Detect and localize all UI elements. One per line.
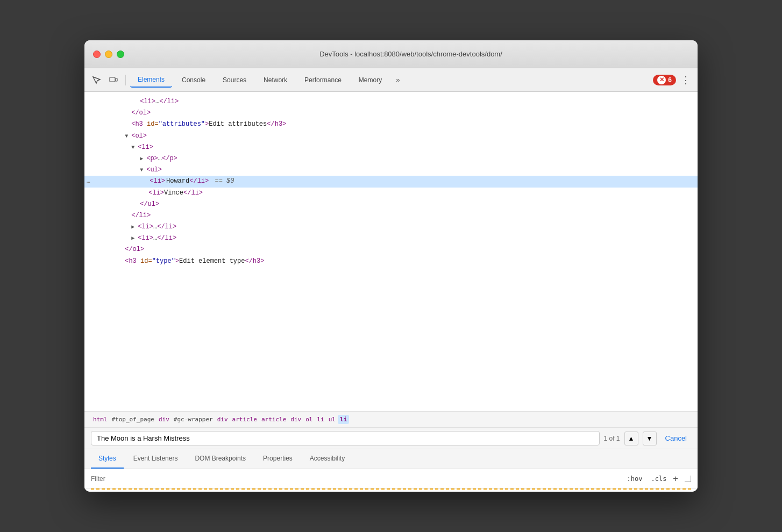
error-count: 6: [668, 76, 672, 84]
tab-memory[interactable]: Memory: [351, 73, 389, 87]
hov-button[interactable]: :hov: [625, 474, 645, 484]
tab-sources[interactable]: Sources: [215, 73, 254, 87]
titlebar: DevTools - localhost:8080/web/tools/chro…: [84, 40, 698, 68]
dom-line[interactable]: ▼<ol>: [84, 131, 698, 142]
maximize-button[interactable]: [117, 51, 124, 58]
tab-elements[interactable]: Elements: [130, 73, 172, 88]
more-tabs-button[interactable]: »: [392, 74, 404, 86]
breadcrumb-div1[interactable]: div: [157, 415, 172, 424]
inspect-icon[interactable]: [89, 73, 104, 88]
breadcrumb-li2[interactable]: li: [338, 415, 349, 424]
breadcrumb-article1[interactable]: article: [230, 415, 259, 424]
menu-button[interactable]: ⋮: [678, 73, 693, 88]
find-prev-button[interactable]: ▲: [624, 432, 638, 445]
window-title: DevTools - localhost:8080/web/tools/chro…: [133, 50, 689, 58]
add-style-button[interactable]: +: [673, 473, 678, 484]
breadcrumb-article2[interactable]: article: [259, 415, 288, 424]
breadcrumb-gc-wrapper[interactable]: #gc-wrapper: [172, 415, 215, 424]
svg-rect-0: [110, 77, 115, 82]
find-cancel-button[interactable]: Cancel: [661, 432, 691, 444]
filter-actions: :hov .cls +: [625, 473, 691, 484]
current-element-indicator: == $0: [215, 177, 234, 185]
find-count: 1 of 1: [604, 435, 620, 442]
tab-network[interactable]: Network: [256, 73, 295, 87]
breadcrumb-html[interactable]: html: [91, 415, 110, 424]
triangle-icon[interactable]: ▶: [140, 155, 146, 163]
dom-line[interactable]: ▼<li>: [84, 142, 698, 153]
tab-console[interactable]: Console: [174, 73, 213, 87]
cls-button[interactable]: .cls: [649, 474, 669, 484]
triangle-icon[interactable]: ▶: [131, 223, 138, 232]
breadcrumb-ul[interactable]: ul: [326, 415, 338, 424]
dom-line[interactable]: <h3 id="type">Edit element type</h3>: [84, 256, 698, 267]
tab-dom-breakpoints[interactable]: DOM Breakpoints: [187, 449, 253, 469]
dom-line[interactable]: ▶<li>…</li>: [84, 233, 698, 244]
dom-line[interactable]: ▶<li>…</li>: [84, 221, 698, 233]
minimize-button[interactable]: [105, 51, 112, 58]
dom-line[interactable]: <li>…</li>: [84, 96, 698, 107]
error-badge[interactable]: ✕ 6: [653, 75, 676, 85]
tab-styles[interactable]: Styles: [91, 449, 124, 469]
find-input[interactable]: [91, 431, 600, 445]
breadcrumb-li1[interactable]: li: [315, 415, 326, 424]
triangle-icon[interactable]: ▶: [131, 234, 138, 243]
error-icon: ✕: [657, 76, 666, 84]
dom-line[interactable]: </ol>: [84, 244, 698, 255]
dom-panel[interactable]: <li>…</li> </ol> <h3 id="attributes">Edi…: [84, 92, 698, 411]
dom-line[interactable]: ▶<p>…</p>: [84, 153, 698, 164]
bottom-panel-tabs: Styles Event Listeners DOM Breakpoints P…: [84, 449, 698, 469]
traffic-lights: [93, 51, 124, 58]
dom-line-selected[interactable]: … <li>Howard</li> == $0: [84, 176, 698, 187]
dom-line[interactable]: </li>: [84, 210, 698, 221]
resize-handle[interactable]: [685, 476, 691, 482]
devtools-window: DevTools - localhost:8080/web/tools/chro…: [84, 40, 698, 492]
svg-rect-1: [116, 78, 117, 81]
toolbar: Elements Console Sources Network Perform…: [84, 68, 698, 92]
triangle-icon[interactable]: ▼: [125, 132, 131, 141]
filter-bar: :hov .cls +: [84, 469, 698, 488]
dom-line[interactable]: </ol>: [84, 107, 698, 119]
tab-properties[interactable]: Properties: [255, 449, 300, 469]
tab-event-listeners[interactable]: Event Listeners: [126, 449, 186, 469]
tab-performance[interactable]: Performance: [297, 73, 349, 87]
dom-line[interactable]: <h3 id="attributes">Edit attributes</h3>: [84, 119, 698, 130]
breadcrumb-div2[interactable]: div: [215, 415, 230, 424]
find-next-button[interactable]: ▼: [643, 432, 657, 445]
close-button[interactable]: [93, 51, 101, 58]
device-toggle-icon[interactable]: [106, 73, 121, 88]
filter-input[interactable]: [91, 475, 616, 483]
tab-accessibility[interactable]: Accessibility: [302, 449, 352, 469]
bottom-indicator: [91, 488, 691, 492]
dom-line[interactable]: ▼<ul>: [84, 164, 698, 176]
dom-line[interactable]: </ul>: [84, 199, 698, 210]
main-content: <li>…</li> </ol> <h3 id="attributes">Edi…: [84, 92, 698, 492]
triangle-icon[interactable]: ▼: [140, 166, 146, 175]
divider: [125, 75, 126, 85]
find-bar: 1 of 1 ▲ ▼ Cancel: [84, 428, 698, 449]
triangle-icon[interactable]: ▼: [131, 143, 138, 152]
breadcrumb-bar: html #top_of_page div #gc-wrapper div ar…: [84, 411, 698, 428]
breadcrumb-div3[interactable]: div: [288, 415, 303, 424]
breadcrumb-top-of-page[interactable]: #top_of_page: [110, 415, 157, 424]
breadcrumb-ol[interactable]: ol: [303, 415, 315, 424]
dom-line[interactable]: <li>Vince</li>: [84, 188, 698, 199]
